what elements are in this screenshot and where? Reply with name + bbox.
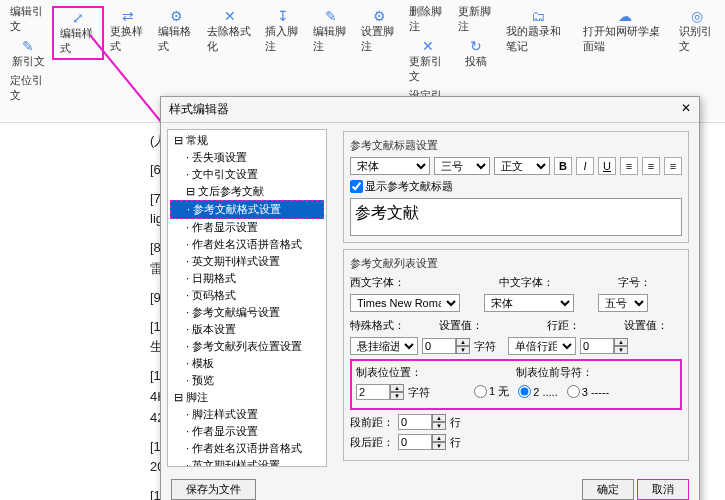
dialog-title-text: 样式编辑器 xyxy=(169,101,229,118)
align-right-button[interactable]: ≡ xyxy=(664,157,682,175)
toolbar-更新引文[interactable]: ✕更新引文 xyxy=(403,36,451,86)
toolbar-删除脚注[interactable]: 删除脚注 xyxy=(403,2,451,36)
toolbar-编辑样式[interactable]: ⤢编辑样式 xyxy=(52,6,104,60)
align-left-button[interactable]: ≡ xyxy=(620,157,638,175)
special-format-select[interactable]: 悬挂缩进 xyxy=(350,337,418,355)
align-center-button[interactable]: ≡ xyxy=(642,157,660,175)
space-before-spinner[interactable]: ▲▼ xyxy=(398,414,446,430)
tree-item-15[interactable]: ⊟ 脚注 xyxy=(170,389,324,406)
toolbar-icon: ↻ xyxy=(468,38,484,54)
tree-item-14[interactable]: · 预览 xyxy=(170,372,324,389)
toolbar-更新脚注[interactable]: 更新脚注 xyxy=(452,2,500,36)
tree-item-12[interactable]: · 参考文献列表位置设置 xyxy=(170,338,324,355)
title-size-select[interactable]: 三号 xyxy=(434,157,490,175)
space-after-spinner[interactable]: ▲▼ xyxy=(398,434,446,450)
tree-item-6[interactable]: · 作者姓名汉语拼音格式 xyxy=(170,236,324,253)
tree-item-17[interactable]: · 作者显示设置 xyxy=(170,423,324,440)
toolbar-icon: ◎ xyxy=(689,8,705,24)
line-spacing-value-spinner[interactable]: ▲▼ xyxy=(580,338,628,354)
toolbar-icon: ✎ xyxy=(323,8,339,24)
toolbar-编辑格式[interactable]: ⚙编辑格式 xyxy=(152,6,200,56)
tab-position-spinner[interactable]: ▲▼ xyxy=(356,384,404,400)
underline-button[interactable]: U xyxy=(598,157,616,175)
save-as-file-button[interactable]: 保存为文件 xyxy=(171,479,256,500)
bold-button[interactable]: B xyxy=(554,157,572,175)
tree-item-2[interactable]: · 文中引文设置 xyxy=(170,166,324,183)
toolbar-更换样式[interactable]: ⇄更换样式 xyxy=(104,6,152,56)
show-title-checkbox[interactable]: 显示参考文献标题 xyxy=(350,179,453,194)
title-align-select[interactable]: 正文 xyxy=(494,157,550,175)
toolbar-插入脚注[interactable]: ↧插入脚注 xyxy=(259,6,307,56)
settings-tree[interactable]: ⊟ 常规· 丢失项设置· 文中引文设置⊟ 文后参考文献· 参考文献格式设置· 作… xyxy=(167,129,327,467)
toolbar-icon: ✎ xyxy=(20,38,36,54)
line-spacing-select[interactable]: 单倍行距 xyxy=(508,337,576,355)
cn-font-select[interactable]: 宋体 xyxy=(484,294,574,312)
toolbar-去除格式化[interactable]: ✕去除格式化 xyxy=(201,6,259,56)
indent-value-spinner[interactable]: ▲▼ xyxy=(422,338,470,354)
title-settings-group: 参考文献标题设置 宋体 三号 正文 B I U ≡ ≡ ≡ 显示参考文献标题 参… xyxy=(343,131,689,243)
toolbar-icon: ⚙ xyxy=(371,8,387,24)
style-editor-dialog: 样式编辑器 ✕ ⊟ 常规· 丢失项设置· 文中引文设置⊟ 文后参考文献· 参考文… xyxy=(160,96,700,500)
toolbar-icon: ↧ xyxy=(275,8,291,24)
tree-item-4[interactable]: · 参考文献格式设置 xyxy=(170,200,324,219)
ok-button[interactable]: 确定 xyxy=(582,479,634,500)
toolbar-编辑脚注[interactable]: ✎编辑脚注 xyxy=(307,6,355,56)
tree-item-9[interactable]: · 页码格式 xyxy=(170,287,324,304)
list-settings-group: 参考文献列表设置 西文字体： 中文字体： 字号： Times New Roman… xyxy=(343,249,689,461)
tab-stop-section: 制表位位置： 制表位前导符： ▲▼ 字符 1 无 2 ..... 3 ----- xyxy=(350,359,682,410)
leader-option-3[interactable]: 3 ----- xyxy=(567,385,610,398)
tree-item-5[interactable]: · 作者显示设置 xyxy=(170,219,324,236)
toolbar-icon: ⤢ xyxy=(70,10,86,26)
toolbar-定位引文[interactable]: 定位引文 xyxy=(4,71,52,105)
toolbar-icon: ✕ xyxy=(420,38,436,54)
tree-item-1[interactable]: · 丢失项设置 xyxy=(170,149,324,166)
toolbar-我的题录和笔记[interactable]: 🗂我的题录和笔记 xyxy=(500,6,577,56)
toolbar-投稿[interactable]: ↻投稿 xyxy=(459,36,493,71)
toolbar-新引文[interactable]: ✎新引文 xyxy=(6,36,51,71)
tree-item-11[interactable]: · 版本设置 xyxy=(170,321,324,338)
toolbar-icon: ⇄ xyxy=(120,8,136,24)
toolbar-icon: ☁ xyxy=(617,8,633,24)
tree-item-8[interactable]: · 日期格式 xyxy=(170,270,324,287)
toolbar-icon: ⚙ xyxy=(169,8,185,24)
tree-item-10[interactable]: · 参考文献编号设置 xyxy=(170,304,324,321)
leader-option-2[interactable]: 2 ..... xyxy=(518,385,557,398)
toolbar-识别引文[interactable]: ◎识别引文 xyxy=(673,6,721,56)
tree-item-19[interactable]: · 英文期刊样式设置 xyxy=(170,457,324,467)
toolbar-打开知网研学桌面端[interactable]: ☁打开知网研学桌面端 xyxy=(577,6,673,56)
close-icon[interactable]: ✕ xyxy=(681,101,691,118)
cancel-button[interactable]: 取消 xyxy=(637,479,689,500)
tree-item-13[interactable]: · 模板 xyxy=(170,355,324,372)
tree-item-16[interactable]: · 脚注样式设置 xyxy=(170,406,324,423)
toolbar-设置脚注[interactable]: ⚙设置脚注 xyxy=(355,6,403,56)
title-font-select[interactable]: 宋体 xyxy=(350,157,430,175)
tree-item-18[interactable]: · 作者姓名汉语拼音格式 xyxy=(170,440,324,457)
tree-item-0[interactable]: ⊟ 常规 xyxy=(170,132,324,149)
size-select[interactable]: 五号 xyxy=(598,294,648,312)
toolbar-icon: 🗂 xyxy=(530,8,546,24)
toolbar-icon: ✕ xyxy=(222,8,238,24)
toolbar-编辑引文[interactable]: 编辑引文 xyxy=(4,2,52,36)
title-preview: 参考文献 xyxy=(350,198,682,236)
tree-item-3[interactable]: ⊟ 文后参考文献 xyxy=(170,183,324,200)
tree-item-7[interactable]: · 英文期刊样式设置 xyxy=(170,253,324,270)
west-font-select[interactable]: Times New Roman xyxy=(350,294,460,312)
italic-button[interactable]: I xyxy=(576,157,594,175)
leader-option-1[interactable]: 1 无 xyxy=(474,384,509,399)
